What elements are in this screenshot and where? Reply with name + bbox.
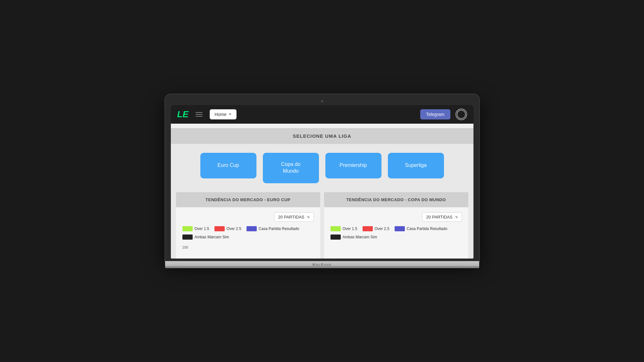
legend-item-over15-euro-cup: Over 1.5: [182, 226, 209, 231]
legend-item-ambas-euro-cup: Ambas Marcam Sim: [182, 234, 229, 240]
legend-label-ambas: Ambas Marcam Sim: [195, 235, 229, 239]
legend-item-casa-euro-cup: Casa Partida Resultado: [247, 226, 299, 231]
home-dropdown-label: Home: [214, 112, 226, 117]
partidas-dropdown-copa-do-mundo[interactable]: 20 PARTIDAS ⇅: [422, 212, 462, 222]
updown-arrows-icon-2: ⇅: [455, 215, 458, 219]
legend-item-over15-copa: Over 1.5: [330, 226, 357, 231]
chart-area-euro-cup: 100: [182, 243, 314, 249]
camera: [321, 100, 323, 103]
market-section-euro-cup: TENDÊNCIA DO MERCADO - EURO CUP 20 PARTI…: [176, 192, 320, 259]
home-dropdown[interactable]: Home ▼: [210, 109, 236, 119]
legend-color-red-2: [363, 226, 373, 231]
market-section-header-euro-cup: TENDÊNCIA DO MERCADO - EURO CUP: [176, 192, 320, 207]
legend-color-red: [214, 226, 225, 231]
market-section-header-copa-do-mundo: TENDÊNCIA DO MERCADO - COPA DO MUNDO: [324, 192, 468, 207]
logo: LE: [177, 110, 189, 119]
league-button-superliga[interactable]: Superliga: [388, 153, 444, 178]
legend-label-over15-2: Over 1.5: [343, 226, 357, 231]
legend-label-over25-2: Over 2.5: [375, 226, 389, 231]
market-section-body-euro-cup: 20 PARTIDAS ⇅ Over 1.5: [176, 207, 320, 259]
chart-area-copa-do-mundo: [330, 243, 462, 249]
league-button-euro-cup[interactable]: Euro Cup: [200, 153, 256, 178]
legend-euro-cup: Over 1.5 Over 2.5 Casa Partida Resultado: [182, 226, 314, 240]
league-button-copa-do-mundo[interactable]: Copa doMundo: [263, 153, 319, 183]
avatar-inner: [457, 110, 466, 119]
legend-color-purple-2: [395, 226, 405, 231]
app-header: LE Home ▼ Telegram: [171, 105, 473, 124]
legend-color-black-2: [330, 234, 341, 240]
select-league-bar: SELECIONE UMA LIGA: [171, 128, 473, 144]
legend-item-ambas-copa: Ambas Marcam Sim: [330, 234, 377, 240]
legend-label-ambas-2: Ambas Marcam Sim: [343, 235, 377, 239]
screen: LE Home ▼ Telegram: [171, 105, 473, 259]
telegram-button[interactable]: Telegram: [420, 109, 450, 119]
partidas-value-copa-do-mundo: 20 PARTIDAS: [426, 215, 453, 219]
legend-color-purple: [247, 226, 257, 231]
legend-label-over15: Over 1.5: [195, 226, 209, 231]
top-banner: [171, 124, 473, 128]
market-section-title-euro-cup: TENDÊNCIA DO MERCADO - EURO CUP: [182, 197, 314, 202]
legend-item-over25-euro-cup: Over 2.5: [214, 226, 241, 231]
main-content: SELECIONE UMA LIGA Euro Cup Copa doMundo…: [171, 124, 473, 259]
chevron-down-icon: ▼: [229, 112, 232, 116]
market-section-title-copa-do-mundo: TENDÊNCIA DO MERCADO - COPA DO MUNDO: [330, 197, 462, 202]
screen-bezel: LE Home ▼ Telegram: [165, 94, 479, 261]
legend-color-green-2: [330, 226, 341, 231]
legend-color-black: [182, 234, 193, 240]
legend-label-over25: Over 2.5: [227, 226, 241, 231]
updown-arrows-icon: ⇅: [307, 215, 310, 219]
hamburger-button[interactable]: [194, 110, 205, 119]
laptop-base: MacBook: [165, 261, 479, 268]
laptop-brand: MacBook: [313, 263, 332, 267]
league-button-premiership[interactable]: Premiership: [325, 153, 381, 178]
legend-label-casa-2: Casa Partida Resultado: [407, 226, 447, 231]
market-section-body-copa-do-mundo: 20 PARTIDAS ⇅ Over 1.5: [324, 207, 468, 259]
laptop-container: LE Home ▼ Telegram: [165, 94, 479, 268]
select-league-title: SELECIONE UMA LIGA: [176, 133, 468, 139]
user-avatar[interactable]: [456, 109, 467, 120]
partidas-select-euro-cup: 20 PARTIDAS ⇅: [182, 212, 314, 222]
partidas-select-copa-do-mundo: 20 PARTIDAS ⇅: [330, 212, 462, 222]
legend-copa-do-mundo: Over 1.5 Over 2.5 Casa Partida Resultado: [330, 226, 462, 240]
league-button-label: Premiership: [339, 162, 367, 169]
legend-item-over25-copa: Over 2.5: [363, 226, 389, 231]
league-buttons-container: Euro Cup Copa doMundo Premiership Superl…: [171, 144, 473, 192]
league-button-label: Copa doMundo: [281, 161, 301, 175]
partidas-dropdown-euro-cup[interactable]: 20 PARTIDAS ⇅: [274, 212, 314, 222]
market-section-copa-do-mundo: TENDÊNCIA DO MERCADO - COPA DO MUNDO 20 …: [324, 192, 468, 259]
partidas-value-euro-cup: 20 PARTIDAS: [278, 215, 305, 219]
market-sections: TENDÊNCIA DO MERCADO - EURO CUP 20 PARTI…: [171, 192, 473, 259]
league-button-label: Euro Cup: [217, 162, 239, 169]
chart-label-euro-cup: 100: [182, 245, 188, 249]
legend-color-green: [182, 226, 193, 231]
league-button-label: Superliga: [405, 162, 427, 169]
legend-label-casa: Casa Partida Resultado: [259, 226, 299, 231]
legend-item-casa-copa: Casa Partida Resultado: [395, 226, 447, 231]
